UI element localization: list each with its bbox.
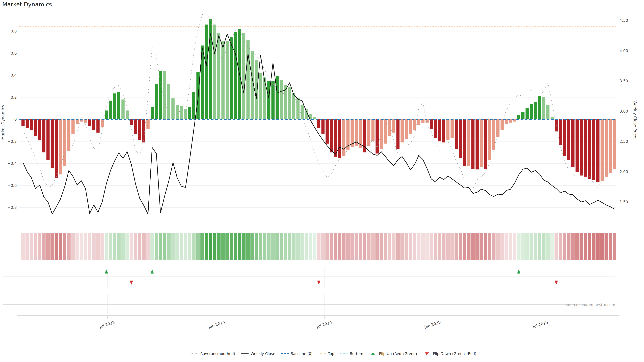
heatmap-cell [84,233,88,260]
dynamics-bar [526,108,529,119]
dynamics-bar [300,105,304,119]
dynamics-bar [600,119,604,181]
heatmap-cell [55,233,58,260]
dynamics-bar [455,119,458,149]
dynamics-bar [442,119,446,142]
dynamics-bar [138,119,142,140]
dynamics-bar [505,119,508,124]
dynamics-bar [467,119,470,166]
heatmap-cell [263,233,266,260]
y-right-tick-label: 1.50 [620,200,628,204]
dynamics-bar [163,71,166,119]
heatmap-cell [167,233,170,260]
dynamics-bar [426,119,429,123]
dynamics-bar [59,119,62,174]
heatmap-cell [463,233,466,260]
heatmap-cell [171,233,175,260]
heatmap-cell [538,233,541,260]
dynamics-bar [509,119,512,123]
heatmap-cell [276,233,279,260]
legend-label: Top [328,352,334,356]
flip-up-marker [517,270,520,274]
heatmap-cell [280,233,283,260]
flip-down-marker [317,281,320,285]
dynamics-bar [26,119,29,128]
y-right-axis-label: Weekly Close Price [632,100,637,138]
dynamics-bar [559,119,562,145]
dynamics-bar [463,119,466,166]
heatmap-cell [400,233,404,260]
heatmap-cell [608,233,612,260]
dynamics-bar [84,119,87,123]
dynamics-bar [213,25,216,119]
dynamics-bar [122,99,124,119]
heatmap-cell [371,233,375,260]
dynamics-bar [422,119,425,123]
heatmap-cell [254,233,258,260]
heatmap-cell [421,233,425,260]
heatmap-cell [450,233,454,260]
dynamics-bar [430,119,433,129]
heatmap-cell [313,233,316,260]
dynamics-bar [472,119,474,169]
heatmap-cell [330,233,333,260]
dynamics-bar [96,119,100,133]
dynamics-bar [484,119,487,169]
legend-swatch-line-solid-black [241,354,248,354]
dynamics-bar [434,119,437,138]
dynamics-bar [480,119,483,167]
heatmap-cell [309,233,312,260]
dynamics-bar [322,119,325,134]
legend-item: Flip Up (Red→Green) [366,352,420,356]
heatmap-cell [354,233,358,260]
dynamics-bar [317,119,320,128]
dynamics-bar [580,119,583,175]
y-left-tick-label: 0.6 [10,51,17,55]
heatmap-cell [34,233,38,260]
legend-swatch-line-dotted-cyan [340,354,348,354]
market-dynamics-figure: Market Dynamics 0.80.60.40.20−0.2−0.4−0.… [0,0,644,362]
heatmap-cell [88,233,92,260]
heatmap-cell [446,233,450,260]
heatmap-cell [338,233,342,260]
heatmap-cell [200,233,204,260]
heatmap-cell [476,233,479,260]
x-tick-label: Jan 2025 [424,320,441,329]
heatmap-cell [63,233,66,260]
heatmap-cell [409,233,412,260]
heatmap-cell [67,233,70,260]
heatmap-cell [176,233,179,260]
dynamics-bar [288,87,291,119]
heatmap-cell [288,233,292,260]
dynamics-bar [192,92,196,119]
dynamics-bar [126,110,129,119]
dynamics-bar [392,119,396,133]
dynamics-bar [109,100,112,119]
dynamics-bar [100,119,104,127]
dynamics-bar [396,119,400,149]
x-tick-label: Jul 2025 [532,320,548,329]
dynamics-bar [567,119,570,160]
heatmap-cell [100,233,104,260]
x-tick-label: Jul 2024 [316,320,332,329]
heatmap-cell [130,233,133,260]
heatmap-cell [459,233,462,260]
heatmap-cell [517,233,520,260]
dynamics-bar [250,51,254,119]
dynamics-bar [542,97,546,119]
dynamics-bar [22,119,25,126]
heatmap-cell [480,233,483,260]
dynamics-bar [326,119,329,144]
heatmap-cell [246,233,250,260]
dynamics-bar [200,45,204,119]
heatmap-cell [242,233,246,260]
chart-legend: Raw (unsmoothed)Weekly CloseBaseline (0)… [188,352,479,356]
dynamics-bar [517,115,520,119]
dynamics-bar [92,119,96,130]
heatmap-cell [304,233,308,260]
heatmap-cell [496,233,500,260]
dynamics-bar [146,119,150,129]
heatmap-cell [259,233,262,260]
heatmap-cell [396,233,400,260]
dynamics-bar [384,119,387,144]
